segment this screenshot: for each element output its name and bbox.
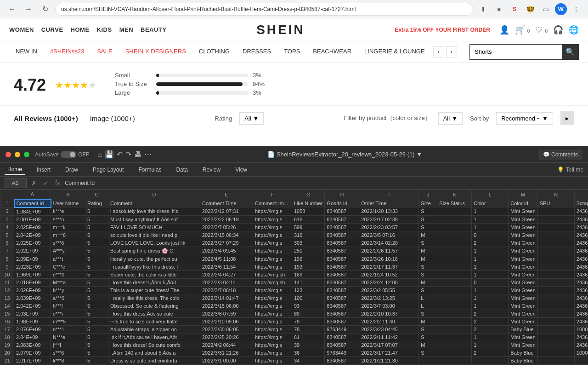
cell-15-3[interactable]: I love this dress,Äôs so cute: [108, 310, 200, 317]
cell-4-7[interactable]: 8340587: [325, 223, 359, 231]
cell-12-0[interactable]: 2.026E+09: [14, 286, 51, 294]
cell-10-7[interactable]: 8340587: [325, 270, 359, 278]
cell-18-2[interactable]: 5: [85, 333, 108, 341]
cell-J1[interactable]: Size: [419, 199, 437, 207]
cell-7-1[interactable]: A***y: [51, 247, 85, 255]
cell-F1[interactable]: Comment Im...: [253, 199, 292, 207]
cell-10-13[interactable]: [537, 270, 574, 278]
cell-18-5[interactable]: https://img.s: [253, 333, 292, 341]
cell-9-14[interactable]: 2436: [574, 263, 588, 270]
cell-18-1[interactable]: N***e: [51, 333, 85, 341]
forward-button[interactable]: →: [22, 3, 35, 16]
cell-17-3[interactable]: Adjustable straps, a zipper on: [108, 325, 200, 333]
profile-icon[interactable]: W: [555, 3, 567, 15]
cell-15-14[interactable]: 2436: [574, 310, 588, 317]
cell-12-1[interactable]: b***y: [51, 286, 85, 294]
cell-9-10[interactable]: [437, 263, 472, 270]
cell-17-10[interactable]: [437, 325, 472, 333]
cell-O1[interactable]: Scraped At: [574, 199, 588, 207]
cell-12-13[interactable]: [537, 286, 574, 294]
cat-prev-arrow[interactable]: ‹: [433, 46, 444, 58]
cell-9-2[interactable]: 5: [85, 263, 108, 270]
cell-19-9[interactable]: M: [419, 341, 437, 349]
mac-close-button[interactable]: [6, 152, 11, 157]
cell-4-4[interactable]: 2022/3/7 05:26: [200, 223, 253, 231]
cell-20-0[interactable]: 2.079E+09: [14, 349, 51, 356]
cell-K1[interactable]: Size Status: [437, 199, 472, 207]
cell-20-6[interactable]: 36: [292, 349, 325, 356]
support-icon[interactable]: 🎧: [553, 25, 563, 35]
cell-12-5[interactable]: https://img.s: [253, 286, 292, 294]
cell-16-2[interactable]: 5: [85, 317, 108, 325]
cell-11-7[interactable]: 8340587: [325, 278, 359, 286]
cell-12-9[interactable]: S: [419, 286, 437, 294]
cell-15-8[interactable]: 2022/2/10 10:37: [359, 310, 419, 317]
cell-13-11[interactable]: 1: [472, 294, 509, 302]
cell-14-9[interactable]: L: [419, 302, 437, 310]
cell-A1[interactable]: Comment Id: [14, 199, 51, 207]
cell-17-2[interactable]: 5: [85, 325, 108, 333]
tab-view-icon[interactable]: ▭: [539, 3, 552, 16]
cell-20-14[interactable]: 1000112: [574, 349, 588, 356]
cell-10-1[interactable]: e***0: [51, 270, 85, 278]
cell-10-14[interactable]: 2436: [574, 270, 588, 278]
cell-18-9[interactable]: S: [419, 333, 437, 341]
cell-11-9[interactable]: M: [419, 278, 437, 286]
cell-17-1[interactable]: n***1: [51, 325, 85, 333]
cell-15-10[interactable]: [437, 310, 472, 317]
col-B[interactable]: B: [51, 190, 85, 199]
cell-10-3[interactable]: Super cute, the color is a little: [108, 270, 200, 278]
cell-M1[interactable]: Color Id: [509, 199, 537, 207]
cell-21-1[interactable]: k***8: [51, 356, 85, 364]
cell-11-8[interactable]: 2022/2/24 12:08: [359, 278, 419, 286]
cell-14-7[interactable]: 8340587: [325, 302, 359, 310]
cell-10-4[interactable]: 2022/2/4 04:27: [200, 270, 253, 278]
cell-3-11[interactable]: 1: [472, 215, 509, 223]
cell-5-6[interactable]: 316: [292, 231, 325, 239]
cell-2-9[interactable]: S: [419, 207, 437, 216]
cell-14-14[interactable]: 2436: [574, 302, 588, 310]
cell-21-12[interactable]: Baby Blue: [509, 356, 537, 364]
cart-icon[interactable]: 🛒 0: [515, 25, 530, 35]
cell-18-8[interactable]: 2022/2/11 11:42: [359, 333, 419, 341]
cell-7-7[interactable]: 8340587: [325, 247, 359, 255]
cell-21-5[interactable]: https://img.s: [253, 356, 292, 364]
cell-6-9[interactable]: S: [419, 239, 437, 247]
cell-18-13[interactable]: [537, 333, 574, 341]
cell-5-1[interactable]: m***6: [51, 231, 85, 239]
cell-C1[interactable]: Rating: [85, 199, 108, 207]
cell-20-4[interactable]: 2022/3/31 21:26: [200, 349, 253, 356]
cell-10-6[interactable]: 169: [292, 270, 325, 278]
cell-13-4[interactable]: 2022/3/14 01:47: [200, 294, 253, 302]
cell-3-5[interactable]: https://img.s: [253, 215, 292, 223]
cell-19-12[interactable]: Mint Green: [509, 341, 537, 349]
cell-3-3[interactable]: Must I say anything! It,Äôs sof: [108, 215, 200, 223]
cell-21-0[interactable]: 2.017E+09: [14, 356, 51, 364]
search-input[interactable]: [470, 45, 562, 59]
refresh-button[interactable]: ↻: [39, 3, 51, 16]
cell-16-11[interactable]: 2: [472, 317, 509, 325]
cell-15-6[interactable]: 89: [292, 310, 325, 317]
cell-9-8[interactable]: 2022/2/17 11:37: [359, 263, 419, 270]
cell-2-11[interactable]: 1: [472, 207, 509, 216]
cancel-formula-icon[interactable]: ✗: [29, 179, 39, 187]
cell-7-11[interactable]: 1: [472, 247, 509, 255]
cell-16-13[interactable]: [537, 317, 574, 325]
cell-21-7[interactable]: 8340587: [325, 356, 359, 364]
cell-12-3[interactable]: This is a super cute dress! The: [108, 286, 200, 294]
sort-dropdown[interactable]: Recommend ~ ▼: [496, 112, 553, 125]
cell-6-8[interactable]: 2022/3/14 02:20: [359, 239, 419, 247]
redo-toolbar-icon[interactable]: ↷: [125, 150, 131, 159]
cell-2-5[interactable]: https://img.s: [253, 207, 292, 216]
cell-5-12[interactable]: Mint Green: [509, 231, 537, 239]
cell-10-5[interactable]: https://img.sh: [253, 270, 292, 278]
cell-13-5[interactable]: https://img.s: [253, 294, 292, 302]
col-H[interactable]: H: [325, 190, 359, 199]
cell-11-10[interactable]: [437, 278, 472, 286]
cell-13-3[interactable]: I really like this dress. The colo: [108, 294, 200, 302]
cell-15-11[interactable]: 2: [472, 310, 509, 317]
cell-10-12[interactable]: Mint Green: [509, 270, 537, 278]
cell-12-6[interactable]: 123: [292, 286, 325, 294]
all-reviews-label[interactable]: All Reviews (1000+): [14, 115, 78, 122]
cell-6-4[interactable]: 2022/3/27 07:29: [200, 239, 253, 247]
